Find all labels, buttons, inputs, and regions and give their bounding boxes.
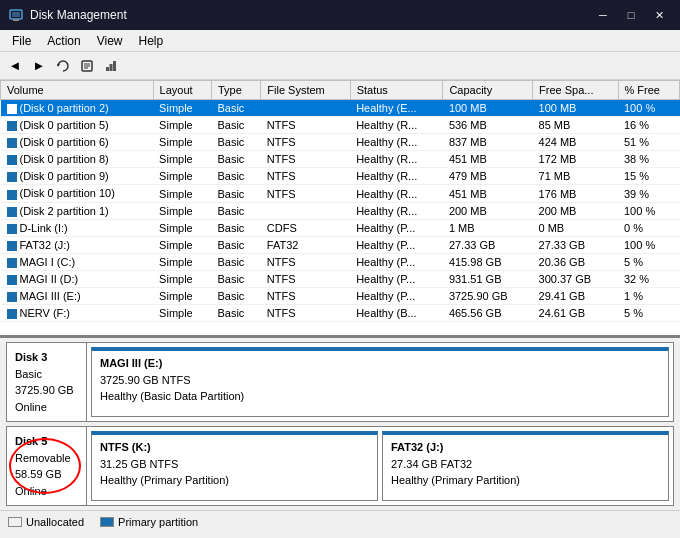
menu-action[interactable]: Action <box>39 32 88 50</box>
table-row[interactable]: MAGI I (C:)SimpleBasicNTFSHealthy (P...4… <box>1 253 680 270</box>
table-row[interactable]: (Disk 2 partition 1)SimpleBasicHealthy (… <box>1 202 680 219</box>
table-row[interactable]: D-Link (I:)SimpleBasicCDFSHealthy (P...1… <box>1 219 680 236</box>
table-row[interactable]: (Disk 0 partition 6)SimpleBasicNTFSHealt… <box>1 134 680 151</box>
table-row[interactable]: (Disk 0 partition 5)SimpleBasicNTFSHealt… <box>1 117 680 134</box>
cell-capacity: 200 MB <box>443 202 533 219</box>
cell-layout: Simple <box>153 253 211 270</box>
partition-table: Volume Layout Type File System Status Ca… <box>0 80 680 322</box>
cell-volume: D-Link (I:) <box>1 219 154 236</box>
cell-fs: CDFS <box>261 219 350 236</box>
table-row[interactable]: (Disk 0 partition 9)SimpleBasicNTFSHealt… <box>1 168 680 185</box>
cell-status: Healthy (R... <box>350 134 443 151</box>
disk-label-disk5: Disk 5Removable58.59 GBOnline <box>7 427 87 505</box>
cell-pct: 100 % <box>618 236 680 253</box>
app-icon <box>8 7 24 23</box>
col-freespace[interactable]: Free Spa... <box>533 81 618 100</box>
table-row[interactable]: MAGI II (D:)SimpleBasicNTFSHealthy (P...… <box>1 270 680 287</box>
partition-detail2: Healthy (Primary Partition) <box>100 472 369 489</box>
menu-help[interactable]: Help <box>131 32 172 50</box>
disk-indicator-icon <box>7 172 17 182</box>
table-row[interactable]: FAT32 (J:)SimpleBasicFAT32Healthy (P...2… <box>1 236 680 253</box>
disk-indicator-icon <box>7 207 17 217</box>
window-title: Disk Management <box>30 8 590 22</box>
cell-type: Basic <box>211 236 260 253</box>
cell-volume: MAGI I (C:) <box>1 253 154 270</box>
minimize-button[interactable]: ─ <box>590 5 616 25</box>
cell-pct: 32 % <box>618 270 680 287</box>
cell-type: Basic <box>211 253 260 270</box>
cell-status: Healthy (B... <box>350 305 443 322</box>
cell-status: Healthy (P... <box>350 236 443 253</box>
cell-layout: Simple <box>153 100 211 117</box>
cell-volume: MAGI III (E:) <box>1 288 154 305</box>
col-type[interactable]: Type <box>211 81 260 100</box>
forward-button[interactable]: ► <box>28 55 50 77</box>
cell-volume: NERV (F:) <box>1 305 154 322</box>
cell-status: Healthy (R... <box>350 168 443 185</box>
cell-volume: (Disk 0 partition 2) <box>1 100 154 117</box>
table-row[interactable]: (Disk 0 partition 10)SimpleBasicNTFSHeal… <box>1 185 680 202</box>
menu-view[interactable]: View <box>89 32 131 50</box>
col-status[interactable]: Status <box>350 81 443 100</box>
partition-block[interactable]: NTFS (K:) 31.25 GB NTFS Healthy (Primary… <box>91 431 378 501</box>
cell-fs: NTFS <box>261 151 350 168</box>
cell-volume: (Disk 2 partition 1) <box>1 202 154 219</box>
cell-pct: 1 % <box>618 288 680 305</box>
col-capacity[interactable]: Capacity <box>443 81 533 100</box>
col-pctfree[interactable]: % Free <box>618 81 680 100</box>
cell-volume: FAT32 (J:) <box>1 236 154 253</box>
col-layout[interactable]: Layout <box>153 81 211 100</box>
cell-layout: Simple <box>153 202 211 219</box>
window-controls[interactable]: ─ □ ✕ <box>590 5 672 25</box>
edit-button[interactable] <box>76 55 98 77</box>
table-row[interactable]: MAGI III (E:)SimpleBasicNTFSHealthy (P..… <box>1 288 680 305</box>
svg-rect-10 <box>113 61 116 71</box>
cell-free: 27.33 GB <box>533 236 618 253</box>
disk-indicator-icon <box>7 275 17 285</box>
legend-unallocated-label: Unallocated <box>26 516 84 528</box>
menu-bar: File Action View Help <box>0 30 680 52</box>
cell-fs: FAT32 <box>261 236 350 253</box>
cell-capacity: 451 MB <box>443 151 533 168</box>
cell-fs: NTFS <box>261 288 350 305</box>
cell-fs <box>261 202 350 219</box>
cell-status: Healthy (E... <box>350 100 443 117</box>
partition-block[interactable]: MAGI III (E:) 3725.90 GB NTFS Healthy (B… <box>91 347 669 417</box>
back-button[interactable]: ◄ <box>4 55 26 77</box>
close-button[interactable]: ✕ <box>646 5 672 25</box>
cell-fs: NTFS <box>261 270 350 287</box>
cell-free: 85 MB <box>533 117 618 134</box>
cell-capacity: 479 MB <box>443 168 533 185</box>
partition-detail2: Healthy (Primary Partition) <box>391 472 660 489</box>
cell-layout: Simple <box>153 151 211 168</box>
disk-indicator-icon <box>7 155 17 165</box>
cell-fs <box>261 100 350 117</box>
cell-free: 172 MB <box>533 151 618 168</box>
legend-unallocated-box <box>8 517 22 527</box>
cell-layout: Simple <box>153 185 211 202</box>
table-row[interactable]: (Disk 0 partition 2)SimpleBasicHealthy (… <box>1 100 680 117</box>
col-volume[interactable]: Volume <box>1 81 154 100</box>
cell-layout: Simple <box>153 288 211 305</box>
cell-fs: NTFS <box>261 117 350 134</box>
properties-button[interactable] <box>100 55 122 77</box>
partition-detail1: 31.25 GB NTFS <box>100 456 369 473</box>
cell-capacity: 415.98 GB <box>443 253 533 270</box>
cell-free: 24.61 GB <box>533 305 618 322</box>
cell-capacity: 3725.90 GB <box>443 288 533 305</box>
table-row[interactable]: (Disk 0 partition 8)SimpleBasicNTFSHealt… <box>1 151 680 168</box>
cell-free: 100 MB <box>533 100 618 117</box>
cell-type: Basic <box>211 288 260 305</box>
cell-fs: NTFS <box>261 305 350 322</box>
menu-file[interactable]: File <box>4 32 39 50</box>
cell-capacity: 1 MB <box>443 219 533 236</box>
refresh-button[interactable] <box>52 55 74 77</box>
partition-table-section[interactable]: Volume Layout Type File System Status Ca… <box>0 80 680 338</box>
partition-detail1: 3725.90 GB NTFS <box>100 372 660 389</box>
cell-capacity: 931.51 GB <box>443 270 533 287</box>
col-filesystem[interactable]: File System <box>261 81 350 100</box>
partition-block[interactable]: FAT32 (J:) 27.34 GB FAT32 Healthy (Prima… <box>382 431 669 501</box>
disk-map-section[interactable]: Disk 3Basic3725.90 GBOnline MAGI III (E:… <box>0 338 680 538</box>
table-row[interactable]: NERV (F:)SimpleBasicNTFSHealthy (B...465… <box>1 305 680 322</box>
maximize-button[interactable]: □ <box>618 5 644 25</box>
